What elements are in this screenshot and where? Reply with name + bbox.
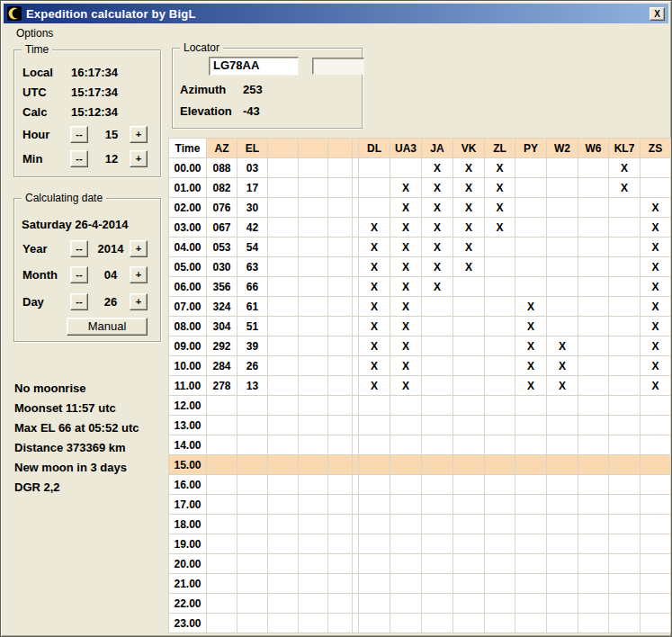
table-cell [453, 297, 485, 317]
day-increment-button[interactable]: + [130, 293, 148, 310]
table-cell [390, 495, 422, 515]
table-cell [578, 178, 609, 198]
table-cell [578, 218, 609, 238]
table-cell [578, 297, 609, 317]
table-cell [453, 594, 485, 614]
table-cell [359, 435, 390, 455]
column-header-w6: W6 [578, 139, 609, 158]
az-cell [207, 614, 237, 633]
moon-info-line: No moonrise [14, 379, 167, 399]
az-cell: 088 [207, 158, 237, 178]
time-group-caption: Time [22, 43, 52, 56]
min-increment-button[interactable]: + [130, 150, 148, 167]
table-cell [485, 495, 515, 515]
date-group-caption: Calculating date [22, 192, 106, 204]
table-cell [328, 534, 353, 554]
close-button[interactable]: X [650, 7, 665, 21]
el-cell: 54 [237, 238, 268, 257]
table-cell [268, 435, 299, 455]
manual-button[interactable]: Manual [67, 318, 148, 336]
table-cell [453, 396, 485, 416]
hour-increment-button[interactable]: + [130, 126, 148, 143]
table-cell [547, 257, 578, 277]
table-cell [515, 614, 547, 633]
column-header-el: EL [237, 139, 268, 158]
table-cell [609, 336, 641, 356]
month-value: 04 [93, 268, 129, 282]
time-cell: 21.00 [169, 574, 207, 594]
az-cell: 076 [207, 198, 237, 218]
table-cell [390, 534, 422, 554]
table-cell [268, 336, 299, 356]
table-cell [359, 198, 390, 218]
table-cell [268, 594, 299, 614]
table-cell [547, 317, 578, 336]
table-cell [328, 317, 353, 336]
hour-decrement-button[interactable]: -- [70, 126, 88, 143]
table-cell: X [422, 238, 453, 257]
min-value: 12 [99, 152, 124, 166]
table-cell [641, 614, 671, 633]
table-cell: X [515, 356, 547, 376]
table-cell [578, 534, 609, 554]
table-cell [422, 356, 453, 376]
time-cell: 16.00 [169, 475, 207, 495]
table-cell [578, 594, 609, 614]
table-cell: X [390, 218, 422, 238]
day-decrement-button[interactable]: -- [70, 293, 88, 310]
table-cell [641, 594, 671, 614]
table-cell [268, 416, 299, 435]
table-cell [515, 178, 547, 198]
table-cell [641, 475, 671, 495]
table-cell [353, 297, 359, 317]
table-cell [353, 594, 359, 614]
table-cell [328, 218, 353, 238]
table-row-20.00: 20.00 [169, 554, 671, 574]
table-row-18.00: 18.00 [169, 515, 671, 534]
column-header-dl: DL [359, 139, 390, 158]
year-value: 2014 [93, 242, 129, 256]
table-cell [299, 495, 328, 515]
month-increment-button[interactable]: + [130, 266, 148, 283]
column-header-blank [353, 139, 359, 158]
table-cell [547, 475, 578, 495]
locator-input[interactable]: LG78AA [209, 57, 299, 76]
table-cell [299, 277, 328, 297]
min-decrement-button[interactable]: -- [70, 150, 88, 167]
table-cell [268, 495, 299, 515]
locator-input-2[interactable] [312, 58, 364, 75]
time-cell: 02.00 [169, 198, 207, 218]
year-decrement-button[interactable]: -- [70, 240, 88, 257]
table-cell [359, 178, 390, 198]
el-cell [237, 534, 268, 554]
table-cell: X [453, 198, 485, 218]
table-cell [268, 356, 299, 376]
table-cell [299, 297, 328, 317]
table-cell: X [390, 198, 422, 218]
table-cell: X [390, 336, 422, 356]
table-body: 00.0008803XXXX01.0008217XXXXX02.0007630X… [169, 158, 671, 633]
table-cell [515, 158, 547, 178]
table-cell [390, 416, 422, 435]
table-cell [299, 554, 328, 574]
month-decrement-button[interactable]: -- [70, 266, 88, 283]
table-cell [485, 455, 515, 475]
table-cell [547, 515, 578, 534]
calculating-date-group: Calculating date Saturday 26-4-2014 Year… [13, 198, 161, 342]
table-row-16.00: 16.00 [169, 475, 671, 495]
time-cell: 14.00 [169, 435, 207, 455]
year-increment-button[interactable]: + [130, 240, 148, 257]
table-cell [299, 574, 328, 594]
table-cell [353, 475, 359, 495]
table-row-03.00: 03.0006742XXXXXX [169, 218, 671, 238]
menu-item-options[interactable]: Options [9, 25, 60, 41]
table-cell [609, 515, 641, 534]
az-cell: 324 [207, 297, 237, 317]
table-cell [353, 435, 359, 455]
table-cell [609, 396, 641, 416]
table-row-04.00: 04.0005354XXXXX [169, 238, 671, 257]
table-cell [578, 198, 609, 218]
el-cell [237, 574, 268, 594]
table-cell [328, 614, 353, 633]
table-cell [268, 574, 299, 594]
